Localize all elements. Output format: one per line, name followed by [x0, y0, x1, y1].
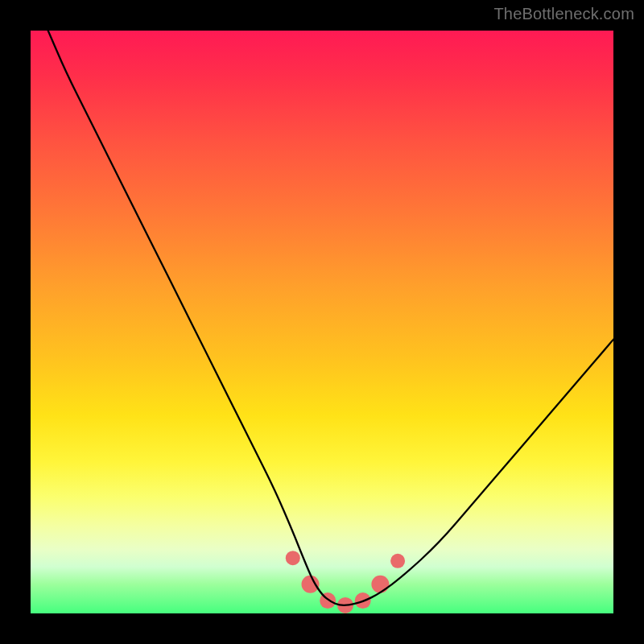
trough-marker	[302, 576, 320, 593]
chart-plot-area	[31, 31, 613, 613]
chart-curve-path	[48, 31, 613, 605]
chart-svg	[31, 31, 613, 613]
watermark-text: TheBottleneck.com	[493, 5, 634, 23]
chart-frame: TheBottleneck.com	[0, 0, 644, 644]
trough-marker	[371, 576, 389, 593]
trough-marker	[390, 554, 405, 568]
trough-marker	[286, 551, 300, 565]
